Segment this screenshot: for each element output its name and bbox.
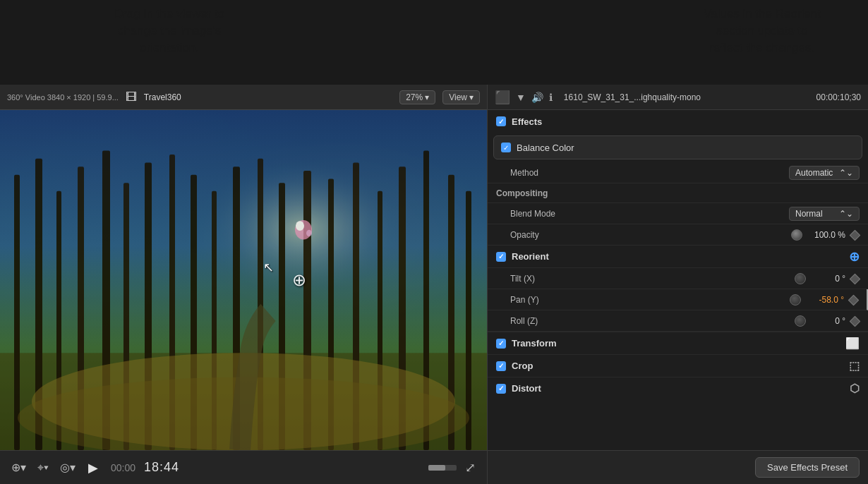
clip-name: Travel360 — [144, 92, 181, 102]
annotation-left: Drag in the viewer to change the image's… — [71, 0, 268, 61]
annotation-right: Values in the Reorient section update to… — [670, 0, 854, 61]
opacity-control: 100.0 % — [791, 229, 860, 241]
opacity-slider[interactable] — [791, 229, 802, 241]
tilt-label: Tilt (X) — [496, 274, 795, 284]
inspector-video-tab-icon[interactable]: ⬛ — [495, 90, 510, 105]
view-button[interactable]: View ▾ — [442, 90, 480, 104]
inspector-header: ⬛ ▼ 🔊 ℹ 1610_SW_31_31_...ighquality-mono… — [488, 85, 868, 110]
video-area[interactable]: ↖ ⊕ — [0, 110, 487, 450]
roll-label: Roll (Z) — [496, 316, 795, 326]
method-row: Method Automatic ⌃⌄ — [488, 162, 868, 183]
crop-icon: ⬚ — [849, 359, 860, 373]
crop-label: Crop — [512, 361, 843, 371]
reorient-360-icon: ⊕ — [849, 249, 860, 265]
transform-icon: ⬜ — [845, 337, 860, 350]
save-effects-preset-button[interactable]: Save Effects Preset — [755, 457, 860, 478]
compositing-section-label: Compositing — [488, 183, 868, 203]
distort-icon: ⬡ — [850, 382, 860, 395]
inspector-clip-filename: 1610_SW_31_31_...ighquality-mono — [564, 92, 701, 102]
opacity-keyframe-button[interactable] — [850, 230, 860, 240]
video-background: ↖ ⊕ — [0, 110, 487, 450]
effects-section-header: ✓ Effects — [488, 110, 868, 133]
effects-label: Effects — [512, 116, 542, 127]
pan-row: Pan (Y) -58.0 ° — [488, 289, 868, 310]
opacity-row: Opacity 100.0 % — [488, 224, 868, 246]
zoom-chevron-icon: ▾ — [425, 92, 429, 102]
inspector-panel: ⬛ ▼ 🔊 ℹ 1610_SW_31_31_...ighquality-mono… — [487, 85, 868, 484]
transform-checkbox[interactable]: ✓ — [496, 339, 506, 349]
roll-row: Roll (Z) 0 ° — [488, 310, 868, 332]
pan-value: -58.0 ° — [805, 295, 844, 305]
tilt-slider[interactable] — [795, 273, 806, 284]
forest-svg — [0, 110, 487, 450]
effects-checkbox[interactable]: ✓ — [496, 116, 506, 126]
balance-color-header: ✓ Balance Color — [493, 135, 862, 159]
reorient-label: Reorient — [512, 251, 843, 262]
balance-color-checkbox[interactable]: ✓ — [501, 143, 511, 152]
progress-fill — [428, 465, 445, 471]
balance-color-label: Balance Color — [517, 143, 574, 153]
svg-rect-3 — [14, 175, 20, 450]
pan-slider[interactable] — [790, 294, 801, 305]
film-icon: 🎞 — [126, 91, 137, 104]
roll-keyframe-button[interactable] — [850, 316, 860, 326]
tilt-value: 0 ° — [810, 274, 845, 284]
tool-select-button[interactable]: ⌖▾ — [35, 460, 52, 476]
inspector-info-icon[interactable]: ℹ — [549, 92, 553, 103]
360-mode-button[interactable]: ⊕▾ — [8, 459, 29, 476]
svg-point-28 — [306, 230, 312, 236]
inspector-filter-icon[interactable]: ▼ — [516, 92, 526, 103]
opacity-label: Opacity — [496, 230, 791, 240]
distort-section-header: ✓ Distort ⬡ — [488, 377, 868, 399]
blend-mode-dropdown[interactable]: Normal ⌃⌄ — [789, 207, 860, 221]
video-info-text: 360° Video 3840 × 1920 | 59.9... — [7, 93, 119, 102]
pan-control: -58.0 ° — [790, 294, 858, 305]
svg-rect-23 — [466, 191, 471, 450]
fullscreen-button[interactable]: ⤢ — [462, 459, 478, 477]
timecode-display: 18:44 — [144, 460, 179, 475]
view-chevron-icon: ▾ — [469, 92, 474, 102]
pan-keyframe-button[interactable] — [848, 295, 858, 305]
method-dropdown[interactable]: Automatic ⌃⌄ — [789, 166, 860, 180]
inspector-footer: Save Effects Preset — [488, 450, 868, 484]
pan-label: Pan (Y) — [496, 295, 790, 305]
zoom-button[interactable]: 27% ▾ — [399, 90, 435, 104]
timecode-separator: 00:00 — [111, 462, 135, 473]
viewer-toolbar: 360° Video 3840 × 1920 | 59.9... 🎞 Trave… — [0, 85, 487, 110]
distort-label: Distort — [512, 383, 844, 394]
tilt-control: 0 ° — [795, 273, 860, 284]
opacity-value: 100.0 % — [807, 230, 845, 240]
method-chevron-icon: ⌃⌄ — [839, 168, 853, 178]
inspector-timecode: 00:00:10;30 — [816, 92, 861, 102]
roll-slider[interactable] — [795, 315, 806, 327]
blend-mode-label: Blend Mode — [496, 209, 789, 219]
blend-mode-row: Blend Mode Normal ⌃⌄ — [488, 203, 868, 224]
svg-point-27 — [296, 221, 304, 231]
inspector-audio-icon[interactable]: 🔊 — [531, 92, 543, 103]
transform-section-header: ✓ Transform ⬜ — [488, 332, 868, 354]
reorient-section-header: ✓ Reorient ⊕ — [488, 246, 868, 268]
progress-bar — [428, 465, 457, 471]
bottom-controls: ⊕▾ ⌖▾ ◎▾ ▶ 00:00 18:44 ⤢ — [0, 450, 487, 484]
tilt-keyframe-button[interactable] — [850, 274, 860, 284]
method-label: Method — [496, 168, 789, 178]
speed-button[interactable]: ◎▾ — [57, 459, 78, 476]
inspector-content[interactable]: ✓ Effects ✓ Balance Color Method Automat… — [488, 110, 868, 450]
roll-value: 0 ° — [810, 316, 845, 326]
play-button[interactable]: ▶ — [84, 459, 102, 477]
distort-checkbox[interactable]: ✓ — [496, 384, 506, 394]
blend-mode-chevron-icon: ⌃⌄ — [839, 209, 853, 219]
roll-control: 0 ° — [795, 315, 860, 327]
transform-label: Transform — [512, 338, 840, 349]
viewer-panel: 360° Video 3840 × 1920 | 59.9... 🎞 Trave… — [0, 85, 487, 484]
crop-section-header: ✓ Crop ⬚ — [488, 354, 868, 377]
crop-checkbox[interactable]: ✓ — [496, 361, 506, 371]
tilt-row: Tilt (X) 0 ° — [488, 268, 868, 289]
reorient-checkbox[interactable]: ✓ — [496, 252, 506, 262]
